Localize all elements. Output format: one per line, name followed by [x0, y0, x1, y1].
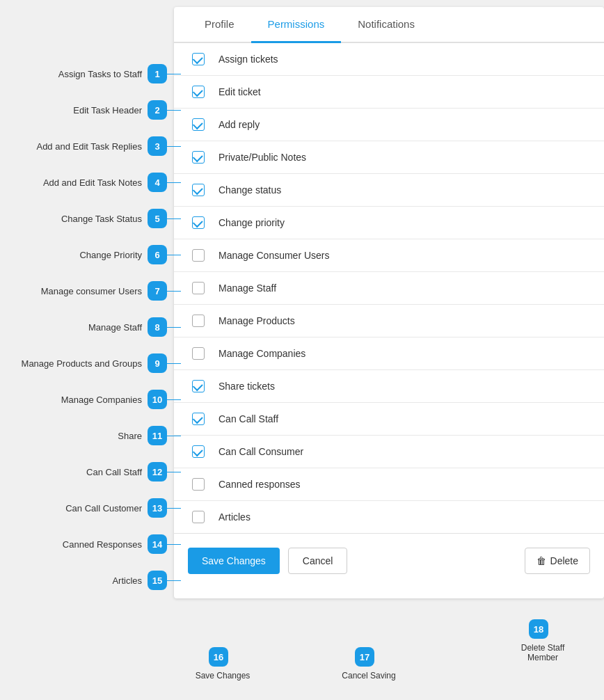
checkbox-5[interactable] — [192, 216, 205, 229]
footer-left: Save Changes Cancel — [188, 548, 347, 574]
sidebar-item-9: Manage Products and Groups9 — [0, 345, 167, 381]
footer: Save Changes Cancel 🗑 Delete — [174, 533, 604, 588]
checkbox-10[interactable] — [192, 380, 205, 392]
permission-row-13: Canned responses — [174, 468, 604, 501]
sidebar-label-3: Add and Edit Task Replies — [36, 141, 142, 152]
permission-label-5: Change priority — [218, 217, 285, 228]
permission-label-3: Private/Public Notes — [218, 152, 306, 163]
sidebar: Assign Tasks to Staff1Edit Task Header2A… — [0, 7, 167, 598]
permission-row-3: Private/Public Notes — [174, 141, 604, 174]
checkbox-0[interactable] — [192, 53, 205, 65]
permission-label-6: Manage Consumer Users — [218, 250, 330, 261]
checkbox-9[interactable] — [192, 347, 205, 360]
sidebar-label-5: Change Task Status — [61, 214, 142, 224]
annotations-area: 16Save Changes17Cancel Saving18Delete St… — [0, 598, 604, 689]
page-wrapper: Assign Tasks to Staff1Edit Task Header2A… — [0, 7, 604, 689]
checkbox-13[interactable] — [192, 478, 205, 491]
sidebar-label-8: Manage Staff — [88, 322, 142, 333]
permission-label-10: Share tickets — [218, 381, 275, 392]
permission-label-0: Assign tickets — [218, 54, 278, 65]
sidebar-label-4: Add and Edit Task Notes — [43, 177, 142, 188]
checkbox-wrapper-11 — [188, 413, 209, 425]
permission-row-2: Add reply — [174, 109, 604, 141]
permission-row-6: Manage Consumer Users — [174, 239, 604, 272]
checkbox-wrapper-12 — [188, 445, 209, 458]
trash-icon: 🗑 — [537, 555, 546, 566]
annotation-text-18: Delete Staff Member — [515, 643, 571, 662]
checkbox-wrapper-7 — [188, 282, 209, 294]
annotation-text-17: Cancel Saving — [341, 671, 397, 681]
sidebar-label-7: Manage consumer Users — [41, 286, 142, 296]
sidebar-label-6: Change Priority — [79, 250, 142, 260]
permission-label-9: Manage Companies — [218, 348, 305, 359]
delete-button[interactable]: 🗑 Delete — [525, 548, 590, 574]
permission-row-8: Manage Products — [174, 305, 604, 337]
sidebar-label-12: Can Call Staff — [86, 467, 142, 477]
badge-8: 8 — [148, 317, 167, 337]
sidebar-label-13: Can Call Customer — [65, 503, 142, 514]
badge-1: 1 — [148, 64, 167, 83]
permission-row-7: Manage Staff — [174, 272, 604, 305]
checkbox-wrapper-3 — [188, 151, 209, 164]
checkbox-3[interactable] — [192, 151, 205, 164]
checkbox-wrapper-14 — [188, 511, 209, 523]
checkbox-wrapper-4 — [188, 184, 209, 196]
permission-label-14: Articles — [218, 511, 251, 523]
sidebar-label-9: Manage Products and Groups — [22, 358, 142, 369]
sidebar-item-15: Articles15 — [0, 562, 167, 598]
permission-label-12: Can Call Consumer — [218, 446, 303, 457]
badge-2: 2 — [148, 100, 167, 120]
annotation-badge-18: 18 — [529, 619, 548, 639]
checkbox-14[interactable] — [192, 511, 205, 523]
badge-4: 4 — [148, 173, 167, 192]
tab-notifications[interactable]: Notifications — [341, 7, 431, 43]
permission-label-13: Canned responses — [218, 479, 301, 490]
annotation-badge-17: 17 — [355, 647, 374, 667]
sidebar-item-1: Assign Tasks to Staff1 — [0, 56, 167, 92]
sidebar-item-6: Change Priority6 — [0, 237, 167, 273]
badge-13: 13 — [148, 498, 167, 518]
tab-profile[interactable]: Profile — [188, 7, 251, 43]
save-button[interactable]: Save Changes — [188, 548, 280, 574]
sidebar-item-11: Share11 — [0, 417, 167, 454]
checkbox-wrapper-8 — [188, 315, 209, 327]
checkbox-12[interactable] — [192, 445, 205, 458]
badge-6: 6 — [148, 245, 167, 264]
badge-14: 14 — [148, 534, 167, 554]
badge-3: 3 — [148, 136, 167, 156]
sidebar-label-14: Canned Responses — [63, 539, 142, 550]
permission-label-8: Manage Products — [218, 315, 295, 326]
checkbox-wrapper-10 — [188, 380, 209, 392]
sidebar-label-15: Articles — [112, 575, 142, 586]
main-panel: ProfilePermissionsNotifications Assign t… — [174, 7, 604, 598]
sidebar-item-4: Add and Edit Task Notes4 — [0, 164, 167, 200]
checkbox-4[interactable] — [192, 184, 205, 196]
permission-label-11: Can Call Staff — [218, 413, 278, 424]
checkbox-7[interactable] — [192, 282, 205, 294]
checkbox-1[interactable] — [192, 86, 205, 98]
badge-5: 5 — [148, 209, 167, 228]
checkbox-2[interactable] — [192, 118, 205, 131]
permission-row-4: Change status — [174, 174, 604, 207]
annotation-text-16: Save Changes — [195, 671, 251, 681]
permission-row-10: Share tickets — [174, 370, 604, 403]
permission-row-0: Assign tickets — [174, 43, 604, 76]
permission-label-7: Manage Staff — [218, 283, 276, 294]
sidebar-label-1: Assign Tasks to Staff — [58, 69, 142, 79]
permission-row-14: Articles — [174, 501, 604, 533]
permission-row-1: Edit ticket — [174, 76, 604, 109]
permission-label-1: Edit ticket — [218, 86, 261, 97]
badge-10: 10 — [148, 390, 167, 409]
checkbox-6[interactable] — [192, 249, 205, 262]
badge-7: 7 — [148, 281, 167, 301]
sidebar-item-3: Add and Edit Task Replies3 — [0, 128, 167, 164]
sidebar-label-2: Edit Task Header — [73, 105, 142, 116]
checkbox-8[interactable] — [192, 315, 205, 327]
permissions-list: Assign ticketsEdit ticketAdd replyPrivat… — [174, 43, 604, 533]
checkbox-wrapper-6 — [188, 249, 209, 262]
checkbox-wrapper-0 — [188, 53, 209, 65]
sidebar-item-7: Manage consumer Users7 — [0, 273, 167, 309]
tab-permissions[interactable]: Permissions — [251, 7, 342, 43]
checkbox-11[interactable] — [192, 413, 205, 425]
cancel-button[interactable]: Cancel — [288, 548, 348, 574]
